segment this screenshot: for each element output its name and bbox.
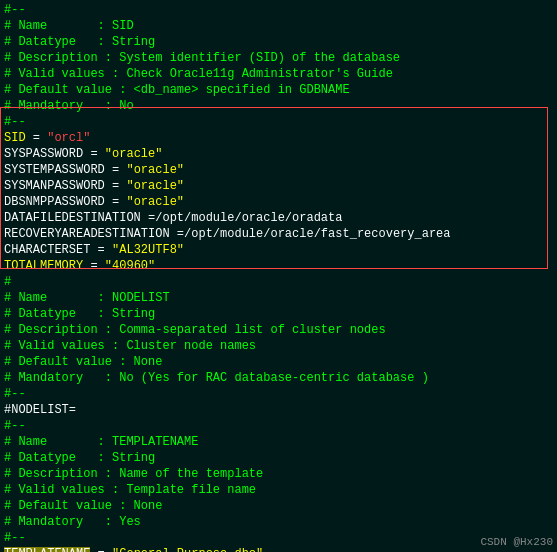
code-val: "orcl": [47, 131, 90, 145]
line-mand2: # Mandatory : No (Yes for RAC database-c…: [4, 370, 553, 386]
line-recovery: RECOVERYAREADESTINATION =/opt/module/ora…: [4, 226, 553, 242]
line-sep1: #--: [4, 114, 553, 130]
code-eq: =: [105, 163, 127, 177]
code-key: SYSMANPASSWORD: [4, 179, 105, 193]
code-key: DBSNMPPASSWORD: [4, 195, 105, 209]
watermark: CSDN @Hx230: [480, 536, 553, 548]
code-key: #NODELIST=: [4, 403, 76, 417]
line-desc3: # Description : Name of the template: [4, 466, 553, 482]
code-val: "oracle": [126, 195, 184, 209]
line-sysmanpw: SYSMANPASSWORD = "oracle": [4, 178, 553, 194]
line-name1: # Name : SID: [4, 18, 553, 34]
code-eq: =: [105, 179, 127, 193]
code-eq: =: [105, 195, 127, 209]
line-syspw: SYSPASSWORD = "oracle": [4, 146, 553, 162]
code-val: "oracle": [105, 147, 163, 161]
line-sep0: #--: [4, 2, 553, 18]
line-charset: CHARACTERSET = "AL32UTF8": [4, 242, 553, 258]
line-def2: # Default value : None: [4, 354, 553, 370]
line-name3: # Name : TEMPLATENAME: [4, 434, 553, 450]
line-dbnmppw: DBSNMPPASSWORD = "oracle": [4, 194, 553, 210]
code-key: SYSTEMPASSWORD: [4, 163, 105, 177]
line-templatename: TEMPLATENAME = "General_Purpose.dbc": [4, 546, 553, 552]
code-val: "40960": [105, 259, 155, 273]
line-mand3: # Mandatory : Yes: [4, 514, 553, 530]
line-valid1: # Valid values : Check Oracle11g Adminis…: [4, 66, 553, 82]
line-valid3: # Valid values : Template file name: [4, 482, 553, 498]
line-def3: # Default value : None: [4, 498, 553, 514]
code-key: TOTALMEMORY: [4, 259, 83, 273]
line-sep3: #--: [4, 418, 553, 434]
code-key: CHARACTERSET: [4, 243, 90, 257]
code-key: SID: [4, 131, 26, 145]
line-valid2: # Valid values : Cluster node names: [4, 338, 553, 354]
line-totalmem: TOTALMEMORY = "40960": [4, 258, 553, 274]
code-eq: =: [90, 547, 112, 552]
code-eq: =: [83, 147, 105, 161]
code-key: SYSPASSWORD: [4, 147, 83, 161]
line-name2: # Name : NODELIST: [4, 290, 553, 306]
line-mand1: # Mandatory : No: [4, 98, 553, 114]
code-eq: =: [170, 227, 184, 241]
code-eq: =: [90, 243, 112, 257]
line-desc2: # Description : Comma-separated list of …: [4, 322, 553, 338]
line-def1: # Default value : <db_name> specified in…: [4, 82, 553, 98]
code-eq: =: [141, 211, 155, 225]
code-val: "oracle": [126, 163, 184, 177]
line-sep2: #--: [4, 386, 553, 402]
terminal: #--# Name : SID# Datatype : String# Desc…: [0, 0, 557, 552]
line-dtype2: # Datatype : String: [4, 306, 553, 322]
line-systempw: SYSTEMPASSWORD = "oracle": [4, 162, 553, 178]
code-key: RECOVERYAREADESTINATION: [4, 227, 170, 241]
code-key-highlight: TEMPLATENAME: [4, 547, 90, 552]
code-val: "AL32UTF8": [112, 243, 184, 257]
line-desc1: # Description : System identifier (SID) …: [4, 50, 553, 66]
code-val: "oracle": [126, 179, 184, 193]
code-eq: =: [26, 131, 48, 145]
code-val: "General_Purpose.dbc": [112, 547, 263, 552]
line-sep4: #--: [4, 530, 553, 546]
code-key: DATAFILEDESTINATION: [4, 211, 141, 225]
code-val: /opt/module/oracle/oradata: [155, 211, 342, 225]
line-dtype3: # Datatype : String: [4, 450, 553, 466]
line-hash1: #: [4, 274, 553, 290]
code-eq: =: [83, 259, 105, 273]
lines-container: #--# Name : SID# Datatype : String# Desc…: [4, 2, 553, 552]
line-sid: SID = "orcl": [4, 130, 553, 146]
line-datafile: DATAFILEDESTINATION =/opt/module/oracle/…: [4, 210, 553, 226]
line-dtype1: # Datatype : String: [4, 34, 553, 50]
line-nodelist: #NODELIST=: [4, 402, 553, 418]
code-val: /opt/module/oracle/fast_recovery_area: [184, 227, 450, 241]
